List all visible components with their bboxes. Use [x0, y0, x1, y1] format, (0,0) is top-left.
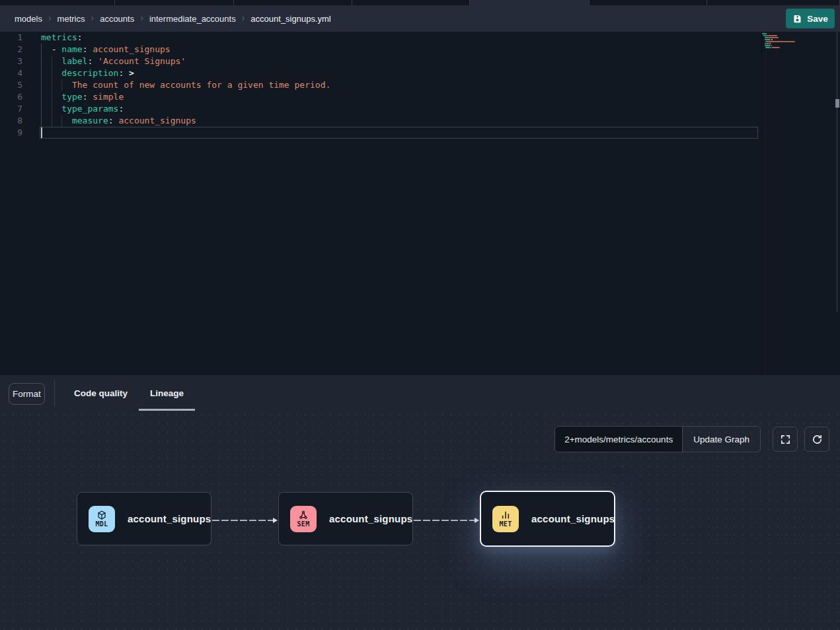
- lineage-selector-group: Update Graph: [554, 426, 761, 452]
- breadcrumb-separator-icon: ›: [48, 13, 52, 23]
- minimap-line: [762, 35, 835, 36]
- minimap-line: [762, 37, 835, 38]
- editor-line[interactable]: 3 label: 'Account Signups': [0, 55, 840, 67]
- editor-lines: 1metrics:2 - name: account_signups3 labe…: [0, 32, 840, 139]
- line-number: 6: [0, 91, 22, 103]
- fullscreen-icon: [780, 434, 791, 445]
- file-tab-stub[interactable]: [707, 0, 840, 5]
- code-editor[interactable]: 1metrics:2 - name: account_signups3 labe…: [0, 32, 840, 375]
- line-number: 9: [0, 127, 22, 139]
- line-number: 2: [0, 44, 22, 55]
- editor-line[interactable]: 5 The count of new accounts for a given …: [0, 79, 840, 91]
- editor-line[interactable]: 2 - name: account_signups: [0, 44, 840, 55]
- line-content: description: >: [41, 67, 134, 79]
- line-number: 7: [0, 103, 22, 115]
- node-type-label: MDL: [96, 521, 108, 528]
- node-type-badge: SEM: [290, 506, 317, 532]
- lineage-edge: [413, 515, 480, 527]
- metric-chart-icon: [500, 510, 511, 520]
- file-tab-stub[interactable]: [470, 0, 590, 5]
- lineage-node-mdl[interactable]: MDLaccount_signups: [77, 492, 211, 545]
- indent-guide: [52, 55, 52, 127]
- editor-line[interactable]: 1metrics:: [0, 32, 840, 44]
- editor-line[interactable]: 4 description: >: [0, 67, 840, 79]
- node-name-label: account_signups: [531, 513, 615, 524]
- breadcrumb-item[interactable]: intermediate_accounts: [149, 14, 236, 24]
- line-number: 1: [0, 32, 22, 44]
- breadcrumb-separator-icon: ›: [242, 13, 245, 23]
- minimap-line: [762, 43, 835, 44]
- minimap-line: [762, 47, 835, 48]
- indent-guide: [61, 115, 62, 127]
- node-type-badge: MDL: [89, 506, 115, 532]
- lineage-node-sem[interactable]: SEMaccount_signups: [278, 492, 413, 545]
- line-content: measure: account_signups: [41, 115, 196, 127]
- model-cube-icon: [96, 510, 107, 520]
- file-tab-stub[interactable]: [234, 0, 352, 5]
- panel-tab-lineage[interactable]: Lineage: [139, 375, 195, 411]
- update-graph-button[interactable]: Update Graph: [682, 427, 760, 452]
- minimap-line: [762, 39, 835, 40]
- refresh-icon: [812, 434, 823, 445]
- breadcrumb-separator-icon: ›: [140, 13, 143, 23]
- line-content: type: simple: [41, 91, 124, 103]
- line-content: label: 'Account Signups': [41, 55, 186, 67]
- node-type-label: MET: [500, 521, 512, 528]
- breadcrumb-bar: models›metrics›accounts›intermediate_acc…: [0, 5, 840, 32]
- bottom-panel: Format Code qualityLineage Update Graph: [0, 375, 840, 630]
- minimap-divider: [761, 32, 762, 375]
- save-button[interactable]: Save: [786, 9, 835, 28]
- breadcrumb-item[interactable]: models: [15, 14, 42, 24]
- breadcrumb-item[interactable]: metrics: [57, 14, 85, 24]
- file-tab-stub[interactable]: [0, 0, 115, 5]
- lineage-node-met[interactable]: METaccount_signups: [480, 491, 615, 547]
- minimap-line: [762, 49, 835, 50]
- indent-guide: [61, 79, 62, 91]
- indent-guide: [41, 44, 42, 127]
- save-icon: [792, 14, 802, 24]
- minimap-line: [762, 45, 835, 46]
- minimap-line: [762, 33, 835, 34]
- format-button[interactable]: Format: [9, 383, 45, 405]
- editor-tab-strip: [0, 0, 840, 5]
- file-tab-stub[interactable]: [352, 0, 470, 5]
- minimap-line: [762, 41, 835, 42]
- breadcrumb-item[interactable]: account_signups.yml: [250, 14, 330, 24]
- text-cursor: [41, 127, 42, 138]
- lineage-edge: [211, 515, 278, 527]
- lineage-canvas[interactable]: Update Graph MDLaccount_signupsSEMaccoun…: [0, 411, 840, 630]
- lineage-selector-input[interactable]: [555, 427, 682, 452]
- panel-divider: [54, 380, 55, 407]
- scrollbar-thumb[interactable]: [835, 99, 839, 108]
- breadcrumb: models›metrics›accounts›intermediate_acc…: [15, 13, 331, 24]
- node-name-label: account_signups: [128, 513, 211, 524]
- refresh-button[interactable]: [804, 427, 829, 452]
- breadcrumb-item[interactable]: accounts: [100, 14, 134, 24]
- semantic-model-icon: [298, 510, 309, 520]
- node-type-label: SEM: [297, 521, 310, 528]
- file-tab-stub[interactable]: [590, 0, 707, 5]
- current-line-highlight: [40, 127, 758, 139]
- panel-tab-code-quality[interactable]: Code quality: [63, 375, 139, 411]
- save-button-label: Save: [807, 14, 828, 24]
- breadcrumb-separator-icon: ›: [91, 13, 94, 23]
- node-name-label: account_signups: [329, 513, 412, 524]
- line-content: The count of new accounts for a given ti…: [41, 79, 330, 91]
- line-number: 3: [0, 55, 22, 67]
- node-type-badge: MET: [492, 506, 519, 532]
- editor-line[interactable]: 8 measure: account_signups: [0, 115, 840, 127]
- line-number: 5: [0, 79, 22, 91]
- file-tab-stub[interactable]: [115, 0, 234, 5]
- ide-root: models›metrics›accounts›intermediate_acc…: [0, 0, 840, 630]
- line-content: metrics:: [41, 32, 83, 44]
- editor-line[interactable]: 7 type_params:: [0, 103, 840, 115]
- line-number: 8: [0, 115, 22, 127]
- minimap[interactable]: [762, 33, 835, 51]
- line-number: 4: [0, 67, 22, 79]
- editor-line[interactable]: 6 type: simple: [0, 91, 840, 103]
- panel-tabs: Code qualityLineage: [63, 375, 195, 411]
- line-content: - name: account_signups: [41, 44, 171, 55]
- line-content: type_params:: [41, 103, 124, 115]
- fullscreen-button[interactable]: [773, 427, 798, 452]
- scrollbar-track: [837, 32, 837, 312]
